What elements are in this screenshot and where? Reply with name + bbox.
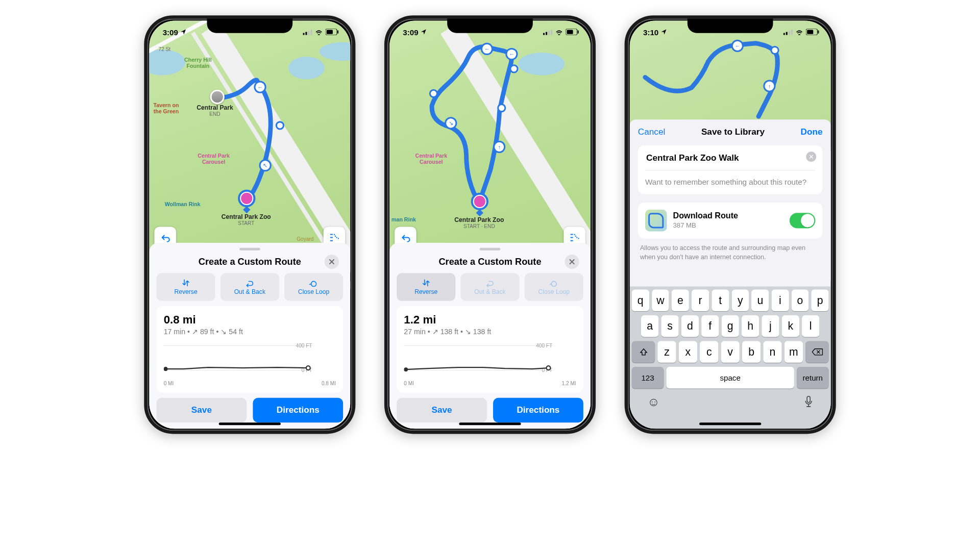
key-r[interactable]: r [692,290,709,311]
route-arrow-icon: ← [507,49,516,59]
keyboard-123-key[interactable]: 123 [632,367,664,388]
directions-button[interactable]: Directions [253,398,343,422]
route-stats-card: 0.8 mi 17 min • ↗ 89 ft • ↘ 54 ft 400 FT… [157,306,344,393]
svg-rect-24 [818,31,819,34]
download-label-block: Download Route387 MB [673,211,783,230]
directions-button[interactable]: Directions [493,398,583,422]
home-indicator[interactable] [699,422,761,425]
svg-point-16 [404,367,408,371]
save-sheet-title: Save to Library [665,127,800,137]
wifi-icon [795,29,803,35]
cancel-button[interactable]: Cancel [638,127,665,137]
elev-x-end: 1.2 MI [562,381,576,386]
out-and-back-button[interactable]: Out & Back [460,273,519,301]
route-modifier-row: Reverse Out & Back Close Loop [154,273,345,306]
dictate-icon[interactable] [804,396,813,408]
key-f[interactable]: f [701,315,719,337]
battery-icon [566,29,579,35]
route-end-pin[interactable] [210,90,225,104]
route-arrow-icon: ↑ [495,142,504,152]
sheet-grabber[interactable] [239,248,260,251]
status-time: 3:09 [403,28,418,36]
route-arrow-icon: ↘ [446,118,455,128]
download-toggle[interactable] [790,213,816,228]
key-c[interactable]: c [700,341,718,363]
svg-point-7 [164,367,168,371]
phone-right: 3:10 ← ↑ Cancel Save to Library Done [625,15,836,434]
backspace-key[interactable] [805,341,828,363]
route-substat: 27 min • ↗ 138 ft • ↘ 138 ft [404,328,576,336]
key-b[interactable]: b [742,341,761,363]
keyboard-row-4: 123 space return [632,367,829,388]
home-indicator[interactable] [219,422,281,425]
key-m[interactable]: m [785,341,803,363]
battery-icon [326,29,339,35]
close-loop-button[interactable]: Close Loop [525,273,583,301]
create-route-sheet[interactable]: Create a Custom Route Reverse Out & Back… [149,243,350,429]
route-node-dot [431,91,436,96]
save-button[interactable]: Save [157,398,247,422]
svg-rect-18 [783,33,785,35]
done-button[interactable]: Done [801,127,823,137]
route-distance: 0.8 mi [164,313,336,327]
route-node-dot [499,105,504,111]
route-start-pin[interactable] [238,190,255,212]
create-route-sheet[interactable]: Create a Custom Route Reverse Out & Back… [389,243,591,429]
key-g[interactable]: g [721,315,739,337]
svg-rect-3 [311,30,312,35]
route-node-dot [277,122,283,128]
route-arrow-icon: ↖ [261,161,270,170]
sheet-grabber[interactable] [480,248,500,251]
svg-rect-0 [303,33,304,35]
keyboard-return-key[interactable]: return [797,367,829,388]
elevation-chart: 400 FT 0 FT 0 MI 1.2 MI [404,340,576,386]
save-button[interactable]: Save [397,398,487,422]
key-v[interactable]: v [721,341,739,363]
keyboard-row-1: qwertyuiop [632,290,829,311]
shift-key[interactable] [632,341,655,363]
key-s[interactable]: s [661,315,678,337]
keyboard[interactable]: qwertyuiop asdfghjkl zxcvbnm 123 space r… [630,287,831,429]
route-notes-placeholder[interactable]: Want to remember something about this ro… [645,177,815,187]
route-distance: 1.2 mi [404,313,576,327]
key-a[interactable]: a [641,315,658,337]
key-x[interactable]: x [679,341,697,363]
reverse-button[interactable]: Reverse [397,273,455,301]
route-name-input[interactable] [645,153,800,164]
key-d[interactable]: d [681,315,699,337]
phone-left: 3:09 72 St Cherry Hill Fountain Tavern o… [144,15,355,434]
key-e[interactable]: e [672,290,689,311]
keyboard-row-3: zxcvbnm [632,341,829,363]
close-loop-button[interactable]: Close Loop [284,273,343,301]
reverse-button[interactable]: Reverse [157,273,215,301]
wifi-icon [555,29,563,35]
key-u[interactable]: u [751,290,769,311]
key-z[interactable]: z [657,341,676,363]
out-and-back-button[interactable]: Out & Back [220,273,279,301]
key-y[interactable]: y [731,290,749,311]
screen: 3:09 72 St Cherry Hill Fountain Tavern o… [149,20,350,429]
home-indicator[interactable] [459,422,521,425]
emoji-icon[interactable]: ☺ [647,395,660,409]
key-i[interactable]: i [771,290,789,311]
clear-text-icon[interactable]: ✕ [806,152,816,162]
location-arrow-icon [421,29,427,35]
key-n[interactable]: n [763,341,781,363]
key-t[interactable]: t [712,290,729,311]
keyboard-space-key[interactable]: space [666,367,794,388]
key-q[interactable]: q [632,290,649,311]
key-l[interactable]: l [802,315,819,337]
key-h[interactable]: h [742,315,759,337]
key-p[interactable]: p [812,290,829,311]
close-icon[interactable] [565,255,579,269]
route-arrow-icon: ← [482,44,492,54]
key-w[interactable]: w [652,290,669,311]
key-o[interactable]: o [791,290,808,311]
key-k[interactable]: k [782,315,799,337]
status-time: 3:09 [163,28,178,36]
screen: 3:10 ← ↑ Cancel Save to Library Done [630,20,831,429]
close-icon[interactable] [325,255,339,269]
route-start-pin[interactable] [471,193,488,215]
route-substat: 17 min • ↗ 89 ft • ↘ 54 ft [164,328,336,336]
key-j[interactable]: j [762,315,779,337]
